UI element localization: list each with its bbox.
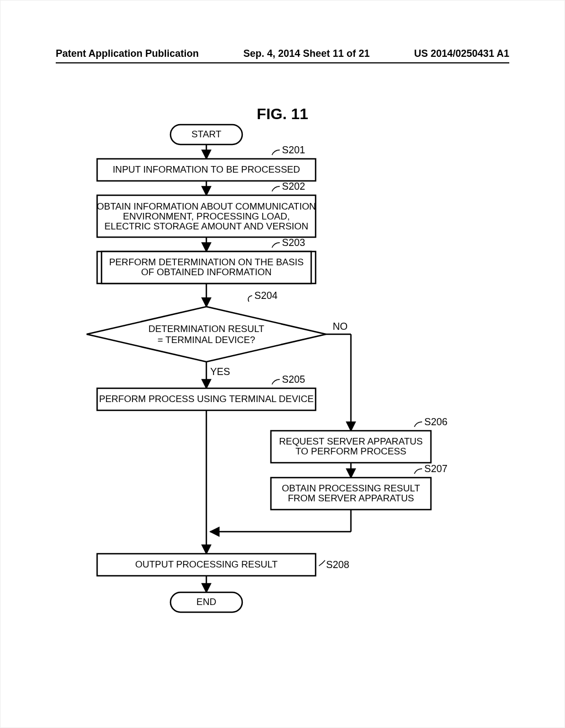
- header-right: US 2014/0250431 A1: [414, 48, 509, 60]
- end-label: END: [196, 597, 216, 607]
- s201-text: INPUT INFORMATION TO BE PROCESSED: [113, 164, 300, 175]
- s202-text-l2: ENVIRONMENT, PROCESSING LOAD,: [123, 211, 290, 222]
- s207-text-l2: FROM SERVER APPARATUS: [288, 493, 414, 504]
- page: Patent Application Publication Sep. 4, 2…: [0, 0, 565, 728]
- s208-step: S208: [326, 559, 349, 570]
- no-label: NO: [333, 321, 348, 332]
- s203-text-l2: OF OBTAINED INFORMATION: [141, 267, 271, 277]
- s206-text-l2: TO PERFORM PROCESS: [296, 446, 407, 457]
- s204-text-l1: DETERMINATION RESULT: [148, 324, 264, 334]
- s203-text-l1: PERFORM DETERMINATION ON THE BASIS: [109, 257, 304, 267]
- s205-step: S205: [282, 374, 305, 385]
- s201-step: S201: [282, 144, 305, 156]
- start-label: START: [191, 129, 221, 140]
- s202-step: S202: [282, 181, 305, 192]
- figure-title: FIG. 11: [257, 105, 308, 123]
- header-rule: [56, 62, 509, 63]
- s202-text-l3: ELECTRIC STORAGE AMOUNT AND VERSION: [104, 221, 308, 232]
- s202-text-l1: OBTAIN INFORMATION ABOUT COMMUNICATION: [97, 201, 316, 212]
- s206-text-l1: REQUEST SERVER APPARATUS: [279, 436, 423, 447]
- s203-step: S203: [282, 237, 305, 248]
- s205-text: PERFORM PROCESS USING TERMINAL DEVICE: [99, 394, 313, 404]
- s204-text-l2: = TERMINAL DEVICE?: [157, 335, 255, 345]
- s206-step: S206: [424, 416, 447, 427]
- page-header: Patent Application Publication Sep. 4, 2…: [56, 48, 509, 60]
- header-center: Sep. 4, 2014 Sheet 11 of 21: [243, 48, 370, 60]
- s208-text: OUTPUT PROCESSING RESULT: [135, 559, 278, 570]
- flowchart: START INPUT INFORMATION TO BE PROCESSED …: [28, 125, 538, 676]
- header-left: Patent Application Publication: [56, 48, 199, 60]
- s204-step: S204: [254, 290, 278, 301]
- yes-label: YES: [210, 366, 230, 377]
- s207-step: S207: [424, 463, 447, 474]
- s207-text-l1: OBTAIN PROCESSING RESULT: [282, 483, 420, 494]
